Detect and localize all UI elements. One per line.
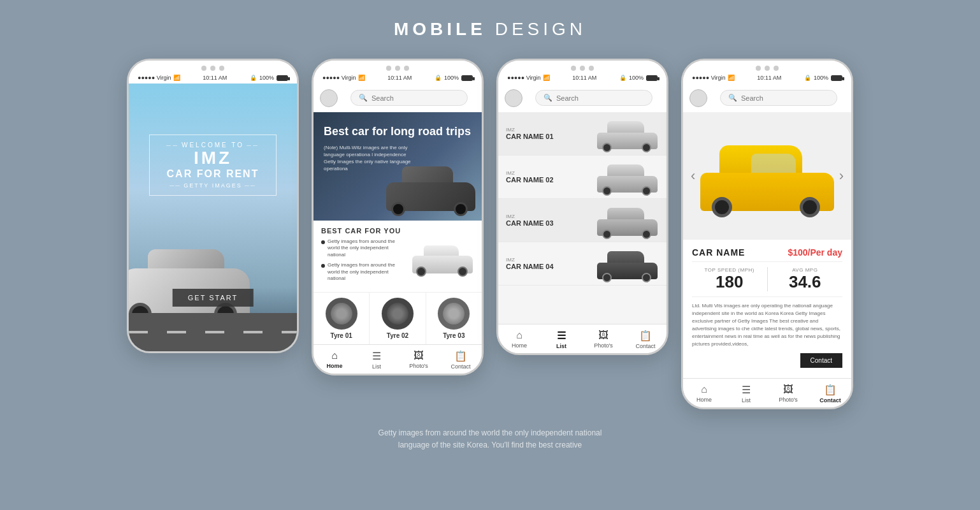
- search-icon: 🔍: [544, 94, 552, 102]
- car-name-1: CAR NAME 01: [506, 133, 595, 140]
- photo-icon: 🖼: [598, 330, 609, 341]
- tyres-row: Tyre 01 Tyre 02 Tyre 03: [313, 292, 482, 344]
- tyre-2-img: [382, 298, 414, 330]
- phone-2-notch: [313, 61, 482, 73]
- tyre-1-label: Tyre 01: [331, 332, 352, 339]
- nav-list[interactable]: ☰ List: [725, 379, 767, 407]
- car-wheel-1: [416, 266, 426, 277]
- search-input[interactable]: [741, 94, 829, 102]
- detail-car-name: CAR NAME: [692, 247, 745, 258]
- wifi-icon: 📶: [543, 75, 550, 81]
- car-list-item-1[interactable]: IMZ CAR NAME 01: [498, 112, 667, 156]
- car-sil-4: [597, 249, 658, 279]
- nav-contact[interactable]: 📋 Contact: [440, 345, 482, 374]
- lock-icon: 🔒: [804, 75, 811, 81]
- car-sil-3: [597, 205, 658, 236]
- home-icon: ⌂: [516, 330, 522, 341]
- search-input[interactable]: [556, 94, 644, 102]
- car-list-item-3[interactable]: IMZ CAR NAME 03: [498, 199, 667, 242]
- time: 10:11 AM: [203, 75, 227, 81]
- footer-line-2: language of the site Korea. You'll find …: [378, 439, 602, 451]
- car-list-item-2[interactable]: IMZ CAR NAME 02: [498, 156, 667, 199]
- wheel-1: [602, 229, 612, 239]
- contact-icon: 📋: [639, 330, 652, 342]
- search-bar[interactable]: 🔍: [720, 90, 837, 106]
- road: [129, 313, 297, 351]
- list-icon: ☰: [372, 350, 381, 362]
- hero-title: Best car for long road trips: [324, 125, 471, 139]
- dot: [404, 66, 409, 71]
- brand-name: IMZ: [162, 149, 263, 168]
- car-brand-3: IMZ: [506, 214, 595, 219]
- status-right: 🔒 100%: [804, 75, 842, 81]
- phone-1-status-bar: ●●●●● Virgin 📶 10:11 AM 🔒 100%: [129, 73, 297, 84]
- car-info-1: IMZ CAR NAME 01: [506, 127, 595, 140]
- home-icon: ⌂: [331, 350, 338, 361]
- search-bar[interactable]: 🔍: [535, 90, 652, 106]
- nav-photos[interactable]: 🖼 Photo's: [398, 345, 440, 374]
- carousel-prev-arrow[interactable]: ‹: [686, 165, 700, 187]
- wifi-icon: 📶: [728, 75, 735, 81]
- nav-list[interactable]: ☰ List: [540, 324, 582, 353]
- road-line: [129, 331, 297, 333]
- status-left: ●●●●● Virgin 📶: [507, 75, 550, 81]
- nav-list[interactable]: ☰ List: [356, 345, 398, 374]
- car-name-3: CAR NAME 03: [506, 219, 595, 227]
- wheel-1: [602, 186, 612, 196]
- phone-4-bottom-nav: ⌂ Home ☰ List 🖼 Photo's 📋 Contact: [683, 378, 851, 407]
- phones-row: ●●●●● Virgin 📶 10:11 AM 🔒 100% WELCOME T…: [127, 59, 853, 409]
- phone-4-notch: [683, 61, 851, 73]
- car-sil-2: [597, 162, 658, 193]
- dot: [765, 66, 770, 71]
- status-left: ●●●●● Virgin 📶: [138, 75, 180, 81]
- battery-bar: [461, 75, 473, 81]
- search-input[interactable]: [371, 94, 459, 102]
- nav-contact[interactable]: 📋 Contact: [809, 379, 851, 407]
- nav-home-label: Home: [512, 342, 527, 349]
- hero-banner-car: [386, 166, 475, 211]
- nav-contact-label: Contact: [819, 397, 841, 404]
- search-bar[interactable]: 🔍: [350, 90, 468, 106]
- car-brand-1: IMZ: [506, 127, 595, 133]
- get-start-button[interactable]: GET START: [173, 289, 254, 307]
- nav-home-label: Home: [696, 397, 712, 403]
- best-car-img: [410, 238, 474, 277]
- avg-mpg-stat: AVG MPG 34.6: [768, 267, 843, 291]
- title-bold: MOBILE: [394, 19, 486, 39]
- lock-icon: 🔒: [435, 75, 442, 81]
- search-icon: 🔍: [359, 94, 368, 102]
- hero-text: Best car for long road trips (Note) Mult…: [324, 125, 471, 172]
- nav-home[interactable]: ⌂ Home: [683, 379, 725, 407]
- phone-3-bottom-nav: ⌂ Home ☰ List 🖼 Photo's 📋 Contact: [498, 324, 667, 353]
- time: 10:11 AM: [757, 75, 781, 81]
- best-car-title: BEST CAR FOR YOU: [321, 227, 474, 235]
- nav-home[interactable]: ⌂ Home: [313, 345, 356, 374]
- nav-home[interactable]: ⌂ Home: [498, 324, 540, 353]
- time: 10:11 AM: [572, 75, 596, 81]
- battery-pct: 100%: [629, 75, 644, 81]
- nav-contact[interactable]: 📋 Contact: [624, 324, 667, 353]
- battery-pct: 100%: [259, 75, 274, 81]
- nav-photos[interactable]: 🖼 Photo's: [767, 379, 809, 407]
- nav-photos[interactable]: 🖼 Photo's: [582, 324, 624, 353]
- wifi-icon: 📶: [358, 75, 365, 81]
- carrier: ●●●●● Virgin: [507, 75, 541, 81]
- status-right: 🔒 100%: [250, 75, 288, 81]
- car-list-item-4[interactable]: IMZ CAR NAME 04: [498, 242, 667, 286]
- top-speed-value: 180: [692, 273, 767, 291]
- car-name-2: CAR NAME 02: [506, 176, 595, 184]
- car-info-2: IMZ CAR NAME 02: [506, 170, 595, 184]
- phone-2-bottom-nav: ⌂ Home ☰ List 🖼 Photo's 📋 Contact: [313, 344, 482, 374]
- carousel-next-arrow[interactable]: ›: [834, 165, 849, 187]
- car-wheel-1: [391, 202, 405, 216]
- contact-icon: 📋: [454, 350, 467, 362]
- contact-button[interactable]: Contact: [800, 353, 842, 368]
- carrier: ●●●●● Virgin: [138, 75, 171, 81]
- tyre-3-img: [438, 298, 470, 330]
- car-img-1: [595, 116, 659, 151]
- status-right: 🔒 100%: [619, 75, 658, 81]
- car-info-3: IMZ CAR NAME 03: [506, 214, 595, 227]
- car-info-4: IMZ CAR NAME 04: [506, 257, 595, 270]
- best-car-content: Getty images from around the world the o…: [321, 238, 474, 286]
- nav-list-label: List: [556, 343, 566, 349]
